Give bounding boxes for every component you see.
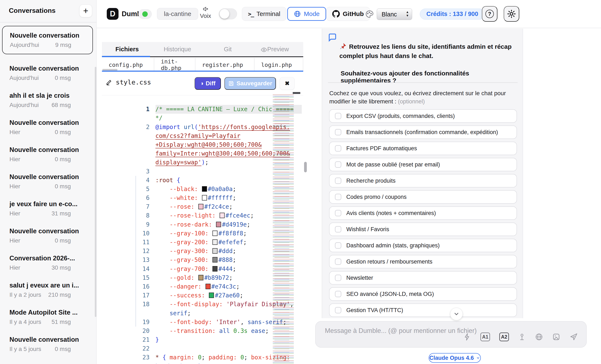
feature-checkbox[interactable] — [335, 113, 341, 119]
conversation-meta: Hier 0 msg — [10, 129, 71, 136]
feature-option-card[interactable]: Mot de passe oublié (reset par email) — [329, 158, 517, 171]
preview-eye-icon — [261, 47, 267, 53]
editor-tab[interactable]: Preview — [253, 42, 303, 56]
feature-checkbox[interactable] — [335, 129, 341, 135]
feature-checkbox[interactable] — [335, 259, 341, 265]
web-icon[interactable] — [535, 333, 543, 341]
conversation-count: 68 msg — [51, 102, 71, 108]
save-button[interactable]: Sauvegarder — [224, 77, 276, 90]
file-tabs-hscrollbar[interactable] — [102, 69, 118, 71]
feature-option-card[interactable]: Export CSV (produits, commandes, clients… — [329, 109, 517, 123]
new-conversation-button[interactable]: + — [80, 5, 92, 17]
feature-option-card[interactable]: Wishlist / Favoris — [329, 222, 517, 236]
editor-vertical-scrollbar[interactable] — [304, 162, 307, 172]
feature-checkbox[interactable] — [335, 178, 341, 184]
message-composer[interactable]: Message à Dumble... (@ pour mentionner u… — [315, 321, 587, 348]
voice-toggle[interactable] — [219, 8, 237, 19]
feature-checkbox[interactable] — [335, 291, 341, 297]
feature-checkbox[interactable] — [335, 307, 341, 313]
line-number: 9 — [137, 220, 156, 229]
conversation-item[interactable]: ahh il et sla je crois Aujourd'hui 68 ms… — [10, 92, 90, 108]
quick-actions-icon[interactable] — [463, 333, 471, 341]
model-selector[interactable]: Claude Opus 4.6 — [429, 353, 481, 363]
feature-label: Newsletter — [346, 275, 373, 281]
feature-option-card[interactable]: Newsletter — [329, 271, 517, 284]
conversation-title: je veux faire un e-co... — [10, 200, 90, 208]
help-button[interactable]: ? — [482, 6, 497, 22]
image-icon[interactable] — [552, 333, 560, 341]
conversation-item[interactable]: Conversation 2026-... Hier 30 msg — [10, 254, 90, 271]
feature-checkbox[interactable] — [335, 162, 341, 168]
line-number: 15 — [137, 273, 156, 282]
feature-option-card[interactable]: Dashboard admin (stats, graphiques) — [329, 239, 517, 252]
editor-panel: Fichiers Historique Git Preview config.p… — [102, 42, 303, 364]
conversation-item[interactable]: Nouvelle conversation Aujourd'hui 0 msg — [10, 65, 90, 81]
pinned-message: Retrouvez les liens du site, identifiant… — [339, 42, 518, 61]
close-file-button[interactable]: ✖ — [280, 77, 295, 90]
conversation-item[interactable]: Nouvelle conversation Aujourd'hui 9 msg — [2, 26, 93, 54]
file-tab[interactable]: login.php — [254, 58, 303, 71]
terminal-button[interactable]: >_ Terminal — [242, 7, 286, 21]
feature-checkbox[interactable] — [335, 275, 341, 281]
feature-label: Gestion TVA (HT/TTC) — [346, 307, 403, 313]
line-number: 14 — [137, 265, 156, 273]
minimap-viewport-indicator[interactable] — [293, 92, 300, 94]
settings-button[interactable] — [504, 6, 519, 22]
feature-checkbox[interactable] — [335, 210, 341, 216]
file-tab[interactable]: register.php — [195, 58, 254, 71]
terminal-icon: >_ — [248, 11, 254, 17]
send-icon[interactable] — [570, 333, 578, 341]
feature-label: Export CSV (produits, commandes, clients… — [346, 113, 455, 119]
conversation-item[interactable]: Mode Autopilot Site ... Il y a 4 jours 5… — [10, 309, 90, 325]
scroll-to-bottom-button[interactable] — [450, 308, 463, 320]
github-button[interactable]: GitHub — [326, 7, 370, 21]
github-icon — [332, 10, 340, 18]
agent1-button[interactable]: A1 — [480, 333, 490, 341]
conversation-list: Nouvelle conversation Aujourd'hui 9 msg … — [0, 22, 95, 364]
conversation-item[interactable]: Nouvelle conversation Hier 0 msg — [10, 146, 90, 163]
feature-checkbox[interactable] — [335, 226, 341, 233]
conversation-item[interactable]: salut j eveux are un i... Il y a 2 jours… — [10, 282, 90, 298]
feature-checkbox[interactable] — [335, 145, 341, 152]
conversation-item[interactable]: Nouvelle conversation Hier 0 msg — [10, 119, 90, 136]
editor-tab[interactable]: Fichiers — [102, 42, 152, 56]
palette-icon[interactable] — [365, 10, 374, 19]
feature-option-card[interactable]: Gestion retours / remboursements — [329, 255, 517, 268]
conversation-item[interactable]: je veux faire un e-co... Hier 31 msg — [10, 200, 90, 217]
credits-badge[interactable]: Crédits : 133 / 900 — [420, 9, 485, 20]
theme-select[interactable]: Blanc ▲▼ — [377, 8, 412, 20]
feature-option-card[interactable]: Recherche produits — [329, 174, 517, 187]
conversation-date: Hier — [10, 264, 20, 271]
feature-checkbox[interactable] — [335, 242, 341, 249]
composer-actions: A1 A2 — [463, 333, 578, 341]
sidebar-scrollbar[interactable] — [95, 67, 96, 317]
agent2-button[interactable]: A2 — [499, 333, 509, 341]
feature-checkbox[interactable] — [335, 194, 341, 200]
conversation-count: 31 msg — [51, 210, 71, 217]
conversation-item[interactable]: Nouvelle conversation Hier 0 msg — [10, 227, 90, 244]
feature-option-card[interactable]: Emails transactionnels (confirmation com… — [329, 125, 517, 139]
project-name-badge[interactable]: la-cantine — [157, 8, 198, 20]
feature-option-card[interactable]: Codes promo / coupons — [329, 190, 517, 204]
feature-option-card[interactable]: SEO avancé (JSON-LD, meta OG) — [329, 287, 517, 301]
editor-tab[interactable]: Git — [203, 42, 253, 56]
feature-option-card[interactable]: Avis clients (notes + commentaires) — [329, 206, 517, 220]
file-tab[interactable]: init-db.php — [154, 58, 195, 71]
minimap[interactable] — [273, 95, 298, 364]
conversation-title: Mode Autopilot Site ... — [10, 309, 90, 316]
pushpin-icon — [339, 43, 347, 50]
conversation-date: Il y a 5 jours — [10, 346, 41, 353]
conversation-item[interactable]: Nouvelle conversation Hier 0 msg — [10, 173, 90, 190]
pin-location-icon[interactable] — [518, 333, 526, 341]
feature-option-card[interactable]: Gestion TVA (HT/TTC) — [329, 303, 517, 317]
editor-tab[interactable]: Historique — [152, 42, 203, 56]
mode-button[interactable]: Mode — [287, 7, 326, 21]
conversation-meta: Hier 31 msg — [10, 210, 71, 217]
line-number: 17 — [137, 291, 156, 300]
feature-option-card[interactable]: Factures PDF automatiques — [329, 142, 517, 155]
toggle-knob[interactable] — [220, 9, 229, 19]
line-number: 13 — [137, 256, 156, 264]
conversation-item[interactable]: Nouvelle conversation Il y a 5 jours 0 m… — [10, 336, 90, 353]
conversation-date: Il y a 2 jours — [10, 292, 41, 298]
diff-button[interactable]: ◑ Diff — [195, 77, 221, 90]
